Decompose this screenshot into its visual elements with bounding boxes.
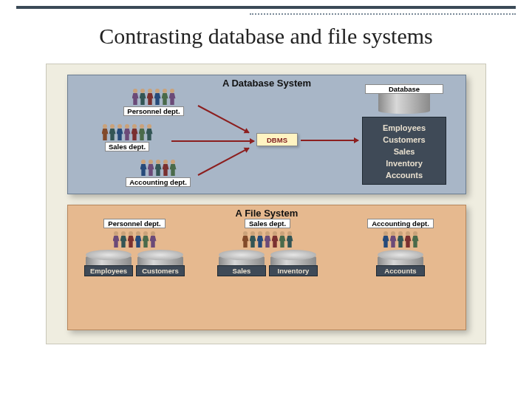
dept-sales: Sales dept. (83, 124, 171, 151)
dept-label: Sales dept. (105, 142, 149, 151)
arrow-icon (198, 147, 250, 175)
person-icon (405, 231, 412, 248)
person-icon (279, 231, 286, 248)
header-rule (16, 6, 516, 9)
dept-label: Personnel dept. (103, 219, 165, 228)
dept-label: Personnel dept. (123, 106, 183, 116)
person-icon (139, 124, 146, 140)
person-icon (120, 231, 127, 248)
people-icon-group (242, 231, 293, 248)
person-icon (132, 89, 139, 105)
file-label: Accounts (376, 265, 425, 276)
file-label: Sales (217, 265, 266, 276)
database-label: Database (365, 84, 443, 94)
person-icon (143, 231, 149, 248)
dept-label: Sales dept. (245, 219, 290, 228)
person-icon (135, 231, 142, 248)
dept-personnel: Personnel dept. (109, 89, 198, 116)
database-contents: Employees Customers Sales Inventory Acco… (362, 117, 446, 185)
file-cylinder: Employees (86, 255, 132, 276)
arrow-icon (171, 140, 254, 142)
db-item: Inventory (363, 157, 446, 169)
person-icon (265, 231, 271, 248)
file-label: Customers (136, 265, 185, 276)
file-label: Inventory (269, 265, 318, 276)
slide-title: Contrasting database and file systems (0, 24, 532, 49)
file-label: Employees (84, 265, 133, 276)
people-icon-group (383, 231, 419, 248)
dept-label: Accounting dept. (367, 219, 434, 228)
arrow-icon (301, 140, 358, 141)
person-icon (150, 231, 157, 248)
file-cylinder: Sales (219, 255, 265, 276)
person-icon (390, 231, 397, 248)
fs-column-accounting: Accounting dept. Accounts (337, 219, 464, 327)
person-icon (287, 231, 293, 248)
person-icon (102, 124, 109, 140)
arrow-icon (198, 105, 250, 133)
person-icon (140, 89, 146, 105)
person-icon (109, 124, 116, 140)
person-icon (162, 89, 168, 105)
person-icon (163, 160, 169, 176)
people-icon-group (109, 89, 198, 105)
person-icon (250, 231, 256, 248)
db-item: Customers (363, 134, 446, 146)
person-icon (257, 231, 264, 248)
person-icon (170, 160, 177, 176)
database-system-panel: A Database System Personnel dept. (67, 75, 466, 194)
person-icon (148, 160, 154, 176)
person-icon (383, 231, 389, 248)
file-cylinder: Customers (137, 255, 183, 276)
people-icon-group (113, 231, 157, 248)
person-icon (398, 231, 404, 248)
person-icon (272, 231, 279, 248)
person-icon (113, 231, 120, 248)
people-icon-group (83, 124, 171, 140)
db-item: Accounts (363, 169, 446, 181)
dbms-box: DBMS (256, 133, 298, 146)
person-icon (169, 89, 176, 105)
db-item: Employees (363, 122, 446, 134)
file-cylinder: Inventory (270, 255, 316, 276)
db-item: Sales (363, 146, 446, 157)
person-icon (132, 124, 138, 140)
figure-container: A Database System Personnel dept. (46, 64, 486, 344)
dept-accounting: Accounting dept. (114, 160, 202, 187)
file-cylinder: Accounts (378, 255, 423, 276)
person-icon (146, 124, 153, 140)
person-icon (128, 231, 134, 248)
fs-column-sales: Sales dept. Sales Inventory (204, 219, 331, 327)
person-icon (117, 124, 123, 140)
fs-column-personnel: Personnel dept. Employees Customers (71, 219, 198, 327)
person-icon (147, 89, 154, 105)
people-icon-group (114, 160, 202, 176)
person-icon (140, 160, 147, 176)
dept-label: Accounting dept. (126, 177, 191, 187)
person-icon (154, 89, 161, 105)
fs-panel-title: A File System (68, 205, 466, 219)
file-system-panel: A File System Personnel dept. Employees (67, 205, 466, 330)
person-icon (155, 160, 162, 176)
person-icon (242, 231, 249, 248)
person-icon (412, 231, 419, 248)
person-icon (124, 124, 131, 140)
